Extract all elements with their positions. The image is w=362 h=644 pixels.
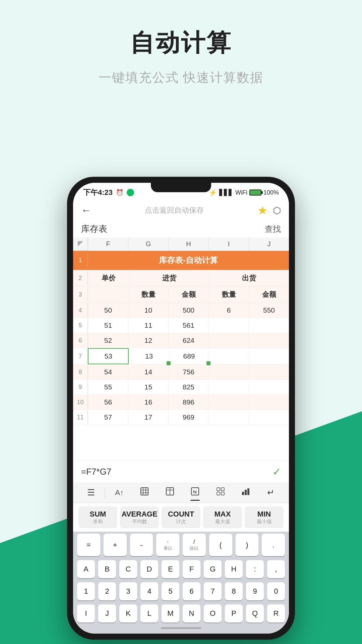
cell-4-h[interactable]: 500 — [168, 303, 208, 318]
cell-7-h[interactable]: 689 — [169, 349, 209, 364]
cell-2-ij[interactable]: 出货 — [209, 270, 289, 286]
find-button[interactable]: 查找 — [265, 224, 281, 234]
key-4[interactable]: 4 — [140, 582, 158, 600]
cell-11-j[interactable] — [249, 410, 289, 424]
cell-8-g[interactable]: 14 — [128, 365, 168, 379]
count-button[interactable]: COUNT 计次 — [162, 506, 200, 528]
key-a[interactable]: A — [77, 560, 95, 578]
key-d[interactable]: D — [140, 560, 158, 578]
share-icon[interactable]: ⬡ — [273, 205, 281, 216]
cell-6-f[interactable]: 52 — [88, 333, 128, 348]
min-button[interactable]: MIN 最小值 — [245, 506, 284, 528]
cell-11-f[interactable]: 57 — [88, 410, 128, 425]
cell-4-i[interactable]: 6 — [208, 303, 249, 318]
max-button[interactable]: MAX 最大值 — [203, 506, 242, 528]
key-divide[interactable]: /除以 — [183, 534, 206, 556]
cell-7-g[interactable]: 13 — [129, 349, 169, 364]
chart-icon[interactable] — [233, 485, 258, 500]
cell-3-f[interactable] — [88, 287, 128, 302]
cell-9-h[interactable]: 825 — [168, 380, 208, 394]
key-1[interactable]: 1 — [77, 582, 95, 600]
cell-5-i[interactable] — [208, 318, 249, 332]
cell-5-j[interactable] — [249, 318, 289, 332]
key-6[interactable]: 6 — [183, 582, 200, 600]
cell-2-gh[interactable]: 进货 — [129, 270, 209, 286]
sum-button[interactable]: SUM 求和 — [78, 506, 117, 528]
cell-10-j[interactable] — [249, 395, 289, 409]
cell-6-i[interactable] — [208, 333, 249, 347]
cell-10-i[interactable] — [208, 395, 249, 409]
key-f[interactable]: F — [183, 560, 200, 578]
cell-3-g[interactable]: 数量 — [128, 286, 168, 303]
cell-8-i[interactable] — [208, 365, 249, 379]
key-g[interactable]: G — [204, 560, 222, 578]
key-r[interactable]: R — [267, 604, 285, 623]
key-rparen[interactable]: ) — [236, 534, 259, 556]
key-h[interactable]: H — [225, 560, 243, 578]
formula-confirm-button[interactable]: ✓ — [273, 466, 281, 478]
key-3[interactable]: 3 — [119, 582, 137, 600]
star-icon[interactable]: ★ — [257, 204, 267, 217]
cell-3-i[interactable]: 数量 — [208, 286, 249, 303]
cell-4-f[interactable]: 50 — [88, 303, 128, 318]
key-9[interactable]: 9 — [246, 582, 264, 600]
cell-4-g[interactable]: 10 — [128, 303, 168, 318]
text-format-icon[interactable]: A↑ — [107, 486, 132, 499]
back-button[interactable]: ← — [81, 205, 91, 216]
cell-4-j[interactable]: 550 — [249, 303, 289, 318]
key-lparen[interactable]: ( — [209, 534, 232, 556]
cell-11-h[interactable]: 969 — [168, 410, 208, 425]
key-2[interactable]: 2 — [98, 582, 116, 600]
key-q[interactable]: Q — [246, 604, 264, 623]
cell-6-j[interactable] — [249, 333, 289, 347]
cell-11-i[interactable] — [208, 410, 249, 424]
menu-icon[interactable]: ☰ — [78, 485, 104, 500]
key-7[interactable]: 7 — [204, 582, 222, 600]
cell-icon[interactable] — [157, 485, 182, 500]
key-5[interactable]: 5 — [162, 582, 179, 600]
cell-10-h[interactable]: 896 — [168, 395, 208, 410]
cell-6-h[interactable]: 624 — [168, 333, 208, 348]
key-c[interactable]: C — [119, 560, 137, 578]
key-b[interactable]: B — [98, 560, 116, 578]
key-n[interactable]: N — [183, 604, 200, 623]
formula-icon[interactable]: fx — [183, 485, 208, 500]
key-equals[interactable]: = — [77, 534, 100, 556]
cell-7-i[interactable] — [209, 349, 249, 363]
key-o[interactable]: O — [204, 604, 222, 623]
cell-6-g[interactable]: 12 — [128, 333, 168, 348]
cell-7-j[interactable] — [249, 349, 289, 363]
key-plus[interactable]: + — [104, 534, 127, 556]
cell-8-j[interactable] — [249, 365, 289, 379]
key-dot[interactable]: . — [262, 534, 285, 556]
cell-9-i[interactable] — [208, 380, 249, 394]
cell-5-g[interactable]: 11 — [128, 318, 168, 333]
cell-8-f[interactable]: 54 — [88, 365, 128, 379]
cell-5-f[interactable]: 51 — [88, 318, 128, 333]
cell-10-g[interactable]: 16 — [128, 395, 168, 410]
cell-2-f[interactable]: 单价 — [88, 270, 129, 286]
cell-9-f[interactable]: 55 — [88, 380, 128, 394]
key-j[interactable]: J — [98, 604, 116, 623]
key-colon[interactable]: : — [246, 560, 264, 578]
key-multiply[interactable]: ·乘以 — [156, 534, 179, 556]
cell-8-h[interactable]: 756 — [168, 365, 208, 379]
cell-9-g[interactable]: 15 — [128, 380, 168, 394]
cell-3-j[interactable]: 金额 — [249, 286, 289, 303]
key-k[interactable]: K — [119, 604, 137, 623]
key-l[interactable]: L — [140, 604, 158, 623]
key-comma[interactable]: , — [267, 560, 285, 578]
key-minus[interactable]: - — [130, 534, 153, 556]
grid-icon[interactable] — [208, 485, 233, 500]
enter-icon[interactable]: ↵ — [258, 485, 284, 500]
key-8[interactable]: 8 — [225, 582, 243, 600]
key-p[interactable]: P — [225, 604, 243, 623]
cell-7-f[interactable]: 53 — [88, 348, 129, 364]
table-icon[interactable] — [132, 485, 157, 500]
key-e[interactable]: E — [162, 560, 179, 578]
cell-10-f[interactable]: 56 — [88, 395, 128, 410]
key-0[interactable]: 0 — [267, 582, 285, 600]
cell-11-g[interactable]: 17 — [128, 410, 168, 425]
key-i[interactable]: I — [77, 604, 95, 623]
cell-3-h[interactable]: 金额 — [168, 286, 208, 303]
